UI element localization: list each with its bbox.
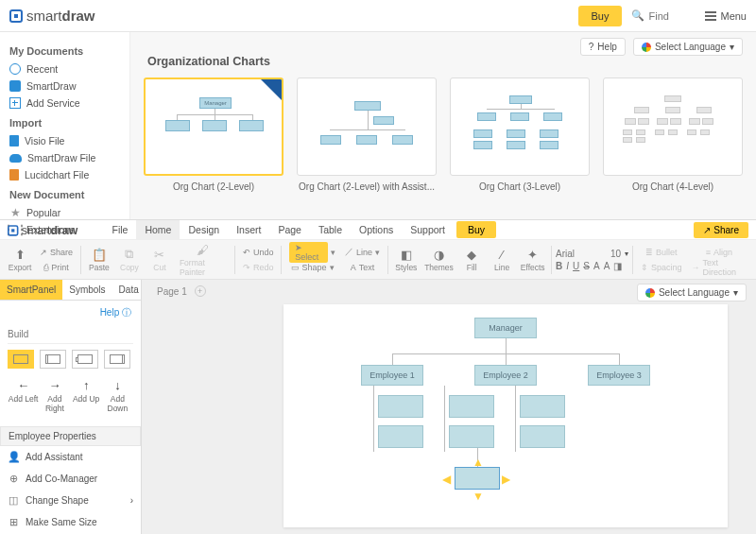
node-child[interactable] <box>378 395 423 418</box>
tab-smartpanel[interactable]: SmartPanel <box>0 280 62 300</box>
text-format-button[interactable]: I <box>566 261 569 271</box>
ribbon-cut: ✂Cut <box>146 243 174 277</box>
linestyle-icon: ∕ <box>501 248 503 262</box>
text-format-button[interactable]: A <box>593 261 600 271</box>
sidebar-item-visio[interactable]: Visio File <box>9 132 120 149</box>
template-card[interactable]: Org Chart (2-Level) with Assist... <box>297 78 437 198</box>
ribbon-themes[interactable]: ◑Themes <box>422 243 455 277</box>
add-left-button[interactable]: ←Add Left <box>8 378 39 413</box>
ribbon-undo[interactable]: ↶Undo <box>239 245 278 260</box>
text-format-button[interactable]: U <box>573 261 579 271</box>
ribbon-select[interactable]: ➤ Select ▾ <box>285 245 339 260</box>
ribbon-line[interactable]: ／Line ▾ <box>341 245 384 260</box>
menu-tab-options[interactable]: Options <box>351 220 402 239</box>
node-child[interactable] <box>449 425 494 448</box>
node-child[interactable] <box>520 395 565 418</box>
language-selector-canvas[interactable]: Select Language▾ <box>637 284 747 301</box>
text-format-button[interactable]: A <box>604 261 610 271</box>
menu-tab-file[interactable]: File <box>104 220 137 239</box>
canvas[interactable]: Manager Employee 1 Employee 2 Employee 3 <box>284 304 728 527</box>
add-up-button[interactable]: ↑Add Up <box>71 378 102 413</box>
template-card[interactable]: Org Chart (3-Level) <box>450 78 590 198</box>
menu-tab-design[interactable]: Design <box>180 220 228 239</box>
sidebar-item-add-service[interactable]: Add Service <box>9 95 120 112</box>
property-item[interactable]: ⊕Add Co-Manager <box>0 468 141 490</box>
node-child[interactable] <box>520 425 565 448</box>
sidebar-item-popular[interactable]: ★Popular <box>9 204 120 221</box>
language-selector[interactable]: Select Language▾ <box>633 38 743 56</box>
ribbon-bullet: ≣Bullet <box>637 245 686 260</box>
handle-top-icon[interactable]: ▲ <box>472 456 484 469</box>
node-employee-3[interactable]: Employee 3 <box>588 365 650 386</box>
add-right-button[interactable]: →Add Right <box>39 378 70 413</box>
buy-button-editor[interactable]: Buy <box>456 221 496 238</box>
tab-symbols[interactable]: Symbols <box>62 280 112 300</box>
share-button[interactable]: ↗Share <box>694 222 748 238</box>
font-name-select[interactable]: Arial <box>556 249 575 259</box>
menu-tab-page[interactable]: Page <box>269 220 310 239</box>
property-item[interactable]: 👤Add Assistant <box>0 446 141 468</box>
ribbon-paste[interactable]: 📋Paste <box>85 243 113 277</box>
font-size-select[interactable]: 10 <box>610 249 621 259</box>
template-label: Org Chart (4-Level) <box>603 176 743 198</box>
property-item[interactable]: ◫Change Shape› <box>0 490 141 511</box>
menu-button[interactable]: Menu <box>705 10 747 22</box>
node-selected[interactable] <box>455 467 500 490</box>
cloud-icon <box>9 154 22 163</box>
ribbon-export[interactable]: ⬆Export <box>6 243 34 277</box>
build-shape-2[interactable] <box>40 350 66 369</box>
help-button[interactable]: ?Help <box>580 38 626 56</box>
node-manager[interactable]: Manager <box>474 318 537 338</box>
sidebar-item-smartdraw[interactable]: SmartDraw <box>9 78 120 95</box>
menu-tab-insert[interactable]: Insert <box>228 220 269 239</box>
menu-tab-support[interactable]: Support <box>402 220 454 239</box>
build-shape-3[interactable] <box>72 350 98 369</box>
panel-help-link[interactable]: Help ⓘ <box>0 301 141 325</box>
node-child[interactable] <box>378 425 423 448</box>
thumb-node <box>165 120 190 131</box>
page-tab[interactable]: Page 1 <box>157 286 187 297</box>
property-icon: ⊕ <box>8 473 19 485</box>
search-box[interactable]: 🔍 <box>631 9 696 22</box>
node-employee-1[interactable]: Employee 1 <box>361 365 423 386</box>
text-format-button[interactable]: ◨ <box>613 261 622 271</box>
tab-data[interactable]: Data <box>112 280 146 300</box>
menu-tab-home[interactable]: Home <box>136 220 180 239</box>
template-card[interactable]: Org Chart (4-Level) <box>603 78 743 198</box>
ribbon-effects[interactable]: ✦Effects <box>518 243 547 277</box>
handle-bottom-icon[interactable]: ▼ <box>472 490 484 503</box>
ribbon-shape[interactable]: ▭Shape ▾ <box>285 260 339 275</box>
template-card[interactable]: Manager Org Chart (2-Level) <box>144 78 284 198</box>
sidebar-item-sdfile[interactable]: SmartDraw File <box>9 149 120 166</box>
sidebar-item-recent[interactable]: Recent <box>9 60 120 78</box>
handle-right-icon[interactable]: ▶ <box>502 473 510 486</box>
ribbon-share[interactable]: ↗Share <box>36 245 77 260</box>
node-child[interactable] <box>449 395 494 418</box>
ribbon-line-style[interactable]: ∕Line <box>488 243 516 277</box>
ribbon-print[interactable]: ⎙Print <box>36 260 77 275</box>
star-icon: ★ <box>9 207 21 218</box>
ribbon-fill[interactable]: ◆Fill <box>457 243 486 277</box>
buy-button[interactable]: Buy <box>578 6 623 26</box>
menu-tab-table[interactable]: Table <box>310 220 351 239</box>
property-item[interactable]: ⊞Make Same Size <box>0 511 141 533</box>
styles-icon: ◧ <box>401 248 412 262</box>
ribbon-text[interactable]: AText <box>341 260 384 275</box>
search-input[interactable] <box>648 10 696 22</box>
add-down-button[interactable]: ↓Add Down <box>102 378 133 413</box>
bullet-icon: ≣ <box>645 248 653 257</box>
thumb-node: Manager <box>199 97 232 109</box>
sidebar-item-lucid[interactable]: Lucidchart File <box>9 166 120 183</box>
text-format-button[interactable]: S <box>583 261 590 271</box>
text-format-buttons: BIUSAA◨ <box>556 261 628 271</box>
build-shape-1[interactable] <box>8 350 34 369</box>
node-employee-2[interactable]: Employee 2 <box>474 365 537 386</box>
handle-left-icon[interactable]: ◀ <box>442 473 451 486</box>
brush-icon: 🖌 <box>197 243 209 257</box>
add-page-button[interactable]: + <box>195 285 206 297</box>
text-format-button[interactable]: B <box>556 261 562 271</box>
ribbon-styles[interactable]: ◧Styles <box>392 243 421 277</box>
thumb-node <box>239 120 264 131</box>
properties-heading: Employee Properties <box>0 426 141 446</box>
build-shape-4[interactable] <box>104 350 130 369</box>
